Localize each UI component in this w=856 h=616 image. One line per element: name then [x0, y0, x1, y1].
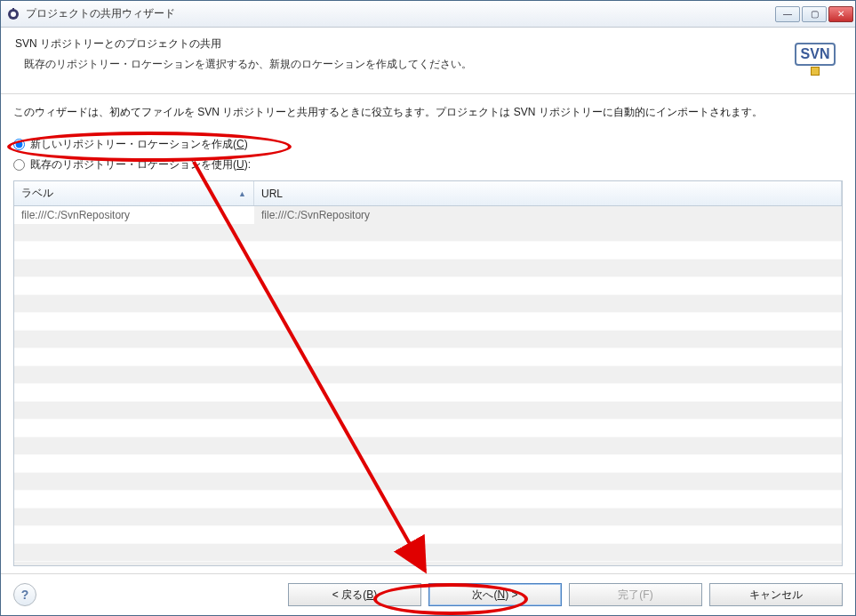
row-stripes	[14, 206, 842, 565]
next-prefix: 次へ(	[472, 588, 497, 601]
back-button[interactable]: < 戻る(B)	[288, 583, 421, 606]
back-suffix: )	[373, 588, 377, 601]
locations-table: ラベル ▲ URL file:///C:/SvnRepository file:…	[13, 180, 843, 566]
back-prefix: < 戻る(	[332, 588, 366, 601]
banner-subtitle: 既存のリポジトリー・ロケーションを選択するか、新規のロケーションを作成してくださ…	[15, 57, 789, 72]
table-row[interactable]: file:///C:/SvnRepository file:///C:/SvnR…	[14, 206, 842, 224]
wizard-footer: ? < 戻る(B) 次へ(N) > 完了(F) キャンセル	[1, 573, 855, 615]
svn-icon: SVN	[789, 36, 841, 81]
intro-text: このウィザードは、初めてファイルを SVN リポジトリーと共用するときに役立ちま…	[13, 105, 843, 120]
svn-logo-chip-icon	[811, 67, 820, 76]
radio-create-label: 新しいリポジトリー・ロケーションを作成(C)	[30, 137, 248, 152]
finish-suffix: )	[650, 588, 653, 601]
finish-mnemonic: F	[643, 588, 649, 601]
window-controls: — ▢ ✕	[775, 6, 853, 22]
cell-url: file:///C:/SvnRepository	[254, 206, 842, 224]
col-header-url[interactable]: URL	[254, 181, 842, 205]
next-button[interactable]: 次へ(N) >	[428, 583, 562, 606]
titlebar: プロジェクトの共用ウィザード — ▢ ✕	[1, 1, 855, 28]
next-mnemonic: N	[497, 588, 505, 601]
sort-asc-icon: ▲	[238, 189, 246, 198]
radio-use-mnemonic: U	[236, 158, 244, 171]
minimize-button[interactable]: —	[775, 6, 800, 22]
radio-create-mnemonic: C	[236, 138, 244, 150]
wizard-banner: SVN リポジトリーとのプロジェクトの共用 既存のリポジトリー・ロケーションを選…	[1, 28, 855, 94]
app-icon	[6, 7, 20, 21]
radio-create-input[interactable]	[13, 139, 25, 150]
wizard-content: このウィザードは、初めてファイルを SVN リポジトリーと共用するときに役立ちま…	[1, 94, 855, 573]
finish-prefix: 完了(	[618, 588, 643, 601]
window-title: プロジェクトの共用ウィザード	[26, 6, 775, 21]
col-header-label[interactable]: ラベル ▲	[14, 181, 254, 205]
col-header-url-text: URL	[261, 188, 283, 200]
cell-label: file:///C:/SvnRepository	[14, 206, 254, 224]
close-button[interactable]: ✕	[828, 6, 853, 22]
maximize-button[interactable]: ▢	[802, 6, 827, 22]
col-header-label-text: ラベル	[21, 186, 53, 201]
back-mnemonic: B	[366, 588, 373, 601]
table-body: file:///C:/SvnRepository file:///C:/SvnR…	[14, 206, 842, 565]
cancel-button[interactable]: キャンセル	[709, 583, 843, 606]
radio-use-prefix: 既存のリポジトリー・ロケーションを使用(	[30, 158, 236, 171]
help-button[interactable]: ?	[13, 583, 36, 606]
finish-button: 完了(F)	[569, 583, 702, 606]
radio-create-location[interactable]: 新しいリポジトリー・ロケーションを作成(C)	[13, 137, 843, 152]
radio-use-existing[interactable]: 既存のリポジトリー・ロケーションを使用(U):	[13, 157, 843, 172]
banner-title: SVN リポジトリーとのプロジェクトの共用	[15, 36, 789, 52]
table-header: ラベル ▲ URL	[14, 181, 842, 206]
next-suffix: ) >	[505, 588, 517, 601]
radio-use-input[interactable]	[13, 159, 25, 171]
wizard-window: プロジェクトの共用ウィザード — ▢ ✕ SVN リポジトリーとのプロジェクトの…	[0, 0, 856, 616]
svn-logo-text: SVN	[795, 43, 836, 66]
radio-create-prefix: 新しいリポジトリー・ロケーションを作成(	[30, 138, 236, 150]
svg-point-1	[11, 12, 16, 17]
radio-use-suffix: ):	[244, 158, 251, 171]
radio-create-suffix: )	[244, 138, 248, 150]
radio-use-label: 既存のリポジトリー・ロケーションを使用(U):	[30, 157, 251, 172]
svg-rect-2	[12, 8, 14, 11]
